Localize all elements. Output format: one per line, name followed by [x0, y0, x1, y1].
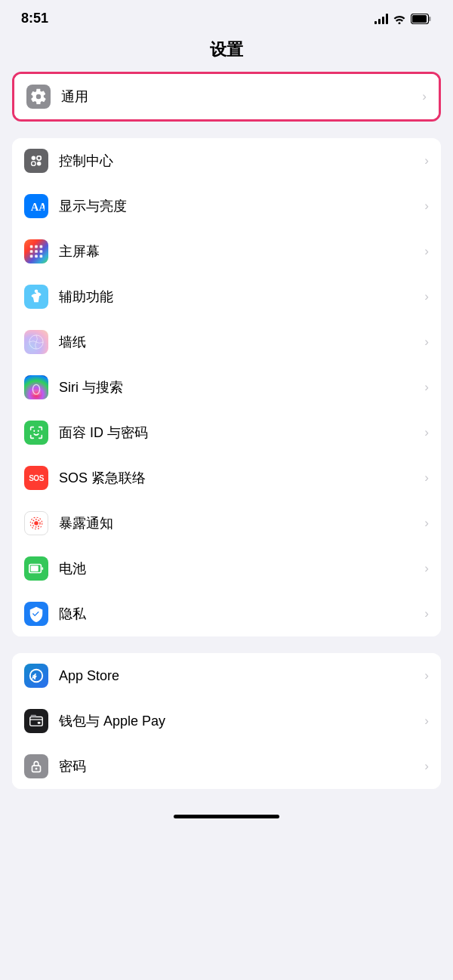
row-appstore-label: App Store [59, 668, 418, 684]
row-accessibility[interactable]: 辅助功能 › [12, 274, 441, 319]
svg-rect-15 [30, 255, 33, 258]
row-siri[interactable]: Siri 与搜索 › [12, 365, 441, 410]
row-display[interactable]: AA 显示与亮度 › [12, 183, 441, 229]
row-wallet-label: 钱包与 Apple Pay [59, 712, 418, 730]
row-control-center-label: 控制中心 [59, 152, 418, 170]
battery-settings-icon [24, 556, 48, 581]
svg-rect-13 [35, 250, 38, 253]
home-screen-icon [24, 239, 48, 263]
home-indicator [0, 806, 453, 823]
accessibility-icon [24, 285, 48, 309]
row-accessibility-label: 辅助功能 [59, 288, 418, 306]
page-title: 设置 [0, 32, 453, 72]
svg-rect-14 [40, 250, 43, 253]
privacy-icon [24, 602, 48, 626]
svg-point-3 [32, 156, 36, 161]
general-section: 通用 › [12, 72, 441, 122]
svg-rect-16 [35, 255, 38, 258]
row-general-label: 通用 [61, 88, 416, 106]
password-icon [24, 754, 48, 778]
faceid-icon [24, 421, 48, 445]
chevron-icon: › [424, 561, 429, 576]
chevron-icon: › [424, 425, 429, 440]
row-sos-label: SOS 紧急联络 [59, 469, 418, 487]
wallpaper-icon [24, 330, 48, 354]
svg-rect-30 [30, 717, 43, 726]
row-exposure[interactable]: 暴露通知 › [12, 501, 441, 546]
svg-rect-27 [31, 566, 39, 571]
svg-rect-2 [429, 17, 431, 21]
chevron-icon: › [424, 668, 429, 683]
row-exposure-label: 暴露通知 [59, 514, 418, 532]
row-appstore[interactable]: A App Store › [12, 653, 441, 698]
chevron-icon: › [424, 244, 429, 259]
appstore-icon: A [24, 664, 48, 688]
wallet-icon [24, 709, 48, 733]
row-sos[interactable]: SOS SOS 紧急联络 › [12, 455, 441, 501]
status-bar: 8:51 [0, 0, 453, 32]
gear-icon [26, 85, 51, 109]
svg-point-34 [35, 768, 38, 770]
chevron-icon: › [422, 89, 427, 104]
status-icons [374, 14, 432, 24]
chevron-icon: › [424, 470, 429, 485]
chevron-icon: › [424, 713, 429, 729]
sos-icon: SOS [24, 466, 48, 490]
row-home-screen[interactable]: 主屏幕 › [12, 229, 441, 274]
svg-text:AA: AA [31, 201, 45, 213]
row-faceid-label: 面容 ID 与密码 [59, 424, 418, 442]
row-control-center[interactable]: 控制中心 › [12, 138, 441, 183]
svg-point-5 [32, 162, 36, 166]
status-time: 8:51 [21, 11, 48, 26]
wifi-icon [393, 14, 406, 24]
siri-icon [24, 375, 48, 399]
svg-rect-10 [35, 245, 38, 248]
chevron-icon: › [424, 153, 429, 168]
svg-rect-32 [31, 715, 36, 717]
svg-point-6 [37, 162, 41, 166]
svg-rect-17 [40, 255, 43, 258]
row-general[interactable]: 通用 › [14, 74, 439, 119]
row-wallet[interactable]: 钱包与 Apple Pay › [12, 698, 441, 744]
signal-icon [374, 14, 388, 24]
row-password[interactable]: 密码 › [12, 744, 441, 789]
row-privacy[interactable]: 隐私 › [12, 591, 441, 636]
row-faceid[interactable]: 面容 ID 与密码 › [12, 410, 441, 455]
row-privacy-label: 隐私 [59, 605, 418, 623]
svg-point-23 [34, 521, 39, 525]
svg-rect-1 [412, 15, 427, 23]
svg-rect-31 [38, 722, 41, 724]
svg-rect-28 [42, 567, 43, 570]
row-display-label: 显示与亮度 [59, 197, 418, 215]
control-center-icon [24, 149, 48, 173]
home-bar [174, 815, 279, 818]
chevron-icon: › [424, 380, 429, 395]
row-battery[interactable]: 电池 › [12, 546, 441, 591]
row-password-label: 密码 [59, 757, 418, 775]
row-battery-label: 电池 [59, 559, 418, 578]
svg-rect-11 [40, 245, 43, 248]
svg-rect-7 [37, 156, 41, 161]
battery-icon [411, 14, 432, 24]
svg-rect-9 [30, 245, 33, 248]
svg-text:A: A [32, 674, 36, 681]
chevron-icon: › [424, 516, 429, 531]
main-section: 控制中心 › AA 显示与亮度 › 主屏幕 › [12, 138, 441, 636]
row-home-screen-label: 主屏幕 [59, 242, 418, 260]
display-icon: AA [24, 194, 48, 218]
chevron-icon: › [424, 759, 429, 774]
row-siri-label: Siri 与搜索 [59, 378, 418, 396]
chevron-icon: › [424, 606, 429, 621]
chevron-icon: › [424, 199, 429, 214]
exposure-icon [24, 511, 48, 535]
svg-rect-12 [30, 250, 33, 253]
store-section: A App Store › 钱包与 Apple Pay › 密码 [12, 653, 441, 789]
chevron-icon: › [424, 334, 429, 350]
row-wallpaper[interactable]: 墙纸 › [12, 319, 441, 365]
chevron-icon: › [424, 289, 429, 304]
row-wallpaper-label: 墙纸 [59, 333, 418, 351]
